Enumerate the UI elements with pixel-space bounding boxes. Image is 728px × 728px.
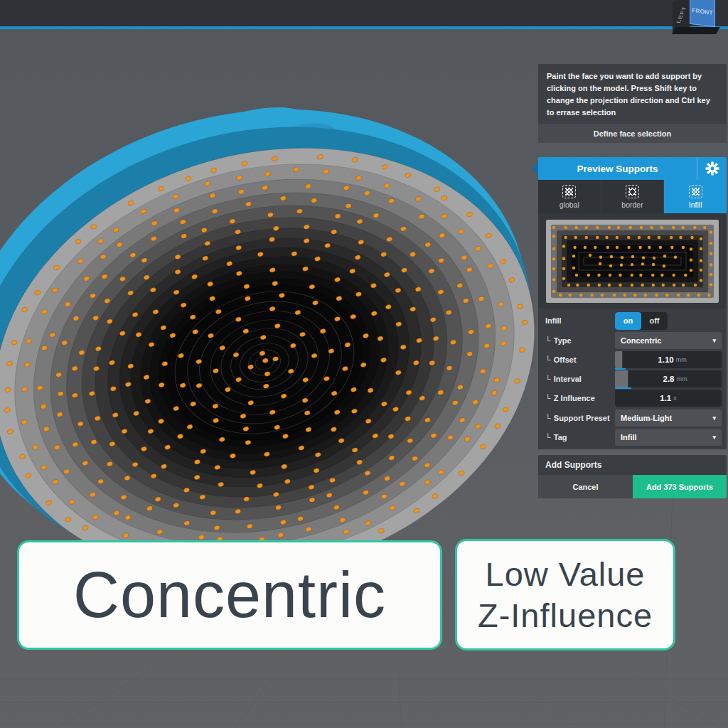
sub-item-corner-icon: └ (545, 414, 551, 422)
global-pattern-icon (562, 185, 576, 198)
infill-on-off-toggle: on off (615, 312, 668, 330)
type-label: Type (554, 336, 572, 345)
border-pattern-icon (626, 185, 639, 198)
preview-supports-label: Preview Supports (538, 157, 697, 180)
caption-concentric-text: Concentric (73, 559, 386, 632)
caption-z-influence: Low Value Z-Influence (455, 539, 675, 651)
orientation-cube[interactable]: LEFT FRONT (673, 0, 719, 36)
type-row: └ Type Concentric ▾ (538, 331, 727, 350)
chevron-down-icon: ▾ (712, 414, 716, 422)
interval-row: └ Interval 2.8 mm (538, 370, 727, 388)
caption-concentric: Concentric (17, 540, 442, 650)
type-dropdown[interactable]: Concentric ▾ (615, 332, 722, 349)
tab-border-label: border (621, 200, 643, 209)
cube-front-label: FRONT (692, 7, 713, 16)
cube-bottom-face (672, 27, 720, 34)
toggle-off-button[interactable]: off (641, 312, 668, 330)
tag-label: Tag (554, 433, 567, 441)
add-supports-button[interactable]: Add 373 Supports (633, 475, 727, 498)
tab-border[interactable]: border (601, 180, 665, 213)
settings-gear-button[interactable] (697, 157, 727, 180)
interval-value: 2.8 (663, 375, 675, 383)
tag-row: └ Tag Infill ▾ (538, 428, 727, 446)
interval-label: Interval (554, 375, 582, 383)
sub-item-corner-icon: └ (545, 336, 551, 345)
z-influence-label: Z Influence (554, 394, 595, 402)
support-preset-row: └ Support Preset Medium-Light ▾ (538, 409, 727, 427)
tag-dropdown[interactable]: Infill ▾ (615, 429, 722, 446)
cube-left-label: LEFT (675, 6, 688, 23)
interval-unit: mm (677, 375, 687, 382)
panel-collapse-arrow-icon[interactable] (532, 162, 538, 175)
preview-supports-header[interactable]: Preview Supports (538, 157, 727, 180)
offset-row: └ Offset 1.10 mm (538, 350, 727, 369)
interval-progress (615, 387, 631, 389)
cube-front-face[interactable]: FRONT (690, 0, 715, 27)
caption-line-1: Low Value (486, 554, 646, 594)
app-window: LEFT FRONT Paint the face you want to ad… (0, 0, 728, 728)
offset-label: Offset (554, 355, 577, 364)
sub-item-corner-icon: └ (545, 394, 551, 402)
sub-item-corner-icon: └ (545, 375, 551, 383)
infill-preview-thumbnail[interactable] (546, 220, 719, 303)
infill-label: Infill (545, 316, 615, 325)
z-influence-unit: x (673, 395, 677, 402)
support-preset-dropdown[interactable]: Medium-Light ▾ (615, 410, 722, 427)
support-mode-tabs: global border Infill (538, 180, 727, 213)
sub-item-corner-icon: └ (545, 355, 551, 364)
interval-slider[interactable]: 2.8 mm (615, 370, 722, 387)
infill-settings: Infill on off └ Type Concentric ▾ (538, 309, 727, 449)
z-influence-input[interactable]: 1.1 x (615, 390, 722, 407)
support-preset-label: Support Preset (554, 414, 610, 422)
interval-slider-handle[interactable] (615, 370, 628, 387)
top-menubar (0, 0, 728, 26)
tab-infill-label: Infill (689, 200, 702, 209)
cancel-button[interactable]: Cancel (538, 475, 633, 498)
offset-value: 1.10 (658, 355, 673, 364)
tab-infill[interactable]: Infill (664, 180, 727, 213)
offset-progress (615, 368, 626, 370)
infill-toggle-row: Infill on off (538, 311, 727, 330)
add-supports-header: Add Supports (538, 455, 727, 475)
tab-global[interactable]: global (538, 180, 601, 213)
offset-unit: mm (676, 356, 687, 363)
tag-value: Infill (621, 433, 637, 441)
toggle-on-button[interactable]: on (615, 312, 641, 330)
infill-preview-section (538, 213, 727, 309)
chevron-down-icon: ▾ (712, 337, 716, 344)
instructions-text: Paint the face you want to add support b… (538, 64, 727, 124)
offset-slider[interactable]: 1.10 mm (615, 351, 722, 368)
chevron-down-icon: ▾ (712, 434, 716, 441)
offset-slider-handle[interactable] (615, 351, 622, 368)
tab-global-label: global (560, 200, 579, 209)
z-influence-value: 1.1 (660, 394, 671, 402)
define-face-selection-button[interactable]: Define face selection (538, 124, 727, 143)
sub-item-corner-icon: └ (545, 433, 551, 441)
add-supports-actions: Cancel Add 373 Supports (538, 475, 727, 498)
type-value: Concentric (621, 336, 661, 345)
infill-pattern-icon (689, 185, 702, 198)
gear-icon (705, 161, 719, 176)
z-influence-row: └ Z Influence 1.1 x (538, 389, 727, 407)
caption-line-2: Z-Influence (478, 595, 653, 636)
support-preset-value: Medium-Light (621, 414, 672, 422)
accent-divider (0, 26, 728, 29)
instructions-box: Paint the face you want to add support b… (538, 64, 727, 143)
